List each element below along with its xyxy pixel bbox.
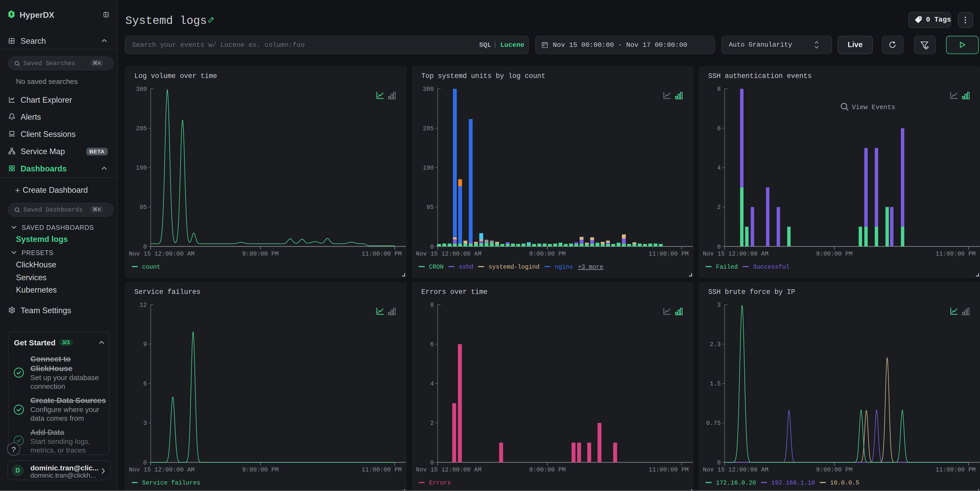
svg-text:11:00:00 PM: 11:00:00 PM [361, 466, 402, 473]
svg-text:9:00:00 PM: 9:00:00 PM [529, 250, 566, 257]
svg-text:Nov 15 12:00:00 AM: Nov 15 12:00:00 AM [129, 466, 194, 473]
svg-text:380: 380 [136, 86, 147, 93]
svg-text:6: 6 [430, 341, 434, 348]
svg-text:0.75: 0.75 [706, 420, 721, 427]
svg-text:192.168.1.10: 192.168.1.10 [771, 480, 815, 486]
svg-text:Failed: Failed [716, 264, 738, 270]
svg-text:Nov 15 12:00:00 AM: Nov 15 12:00:00 AM [416, 250, 482, 257]
svg-text:0: 0 [430, 243, 434, 250]
svg-text:9:00:00 PM: 9:00:00 PM [816, 466, 853, 473]
svg-text:11:00:00 PM: 11:00:00 PM [935, 466, 975, 473]
svg-text:11:00:00 PM: 11:00:00 PM [935, 250, 975, 257]
svg-text:285: 285 [423, 125, 434, 132]
svg-text:8: 8 [717, 86, 721, 93]
svg-text:systemd-logind: systemd-logind [488, 264, 539, 270]
svg-text:12: 12 [140, 302, 147, 308]
svg-text:1.5: 1.5 [710, 380, 721, 387]
svg-text:0: 0 [430, 459, 434, 466]
svg-text:Nov 15 12:00:00 AM: Nov 15 12:00:00 AM [703, 250, 768, 257]
svg-text:95: 95 [140, 204, 147, 211]
svg-text:9: 9 [143, 341, 147, 348]
svg-text:6: 6 [143, 380, 147, 387]
svg-text:0: 0 [143, 459, 147, 466]
svg-text:3: 3 [143, 420, 147, 427]
svg-text:10.0.0.5: 10.0.0.5 [830, 480, 859, 486]
svg-text:9:00:00 PM: 9:00:00 PM [242, 466, 279, 473]
svg-text:Nov 15 12:00:00 AM: Nov 15 12:00:00 AM [416, 466, 482, 473]
svg-text:11:00:00 PM: 11:00:00 PM [649, 466, 689, 473]
svg-text:CRON: CRON [429, 264, 444, 270]
svg-text:380: 380 [423, 86, 434, 93]
svg-text:9:00:00 PM: 9:00:00 PM [529, 466, 566, 473]
svg-text:2: 2 [430, 420, 434, 427]
svg-text:95: 95 [426, 204, 434, 211]
svg-text:0: 0 [143, 243, 147, 250]
svg-text:3: 3 [717, 302, 721, 308]
svg-text:Errors: Errors [429, 480, 451, 486]
svg-text:count: count [142, 264, 160, 270]
svg-text:9:00:00 PM: 9:00:00 PM [816, 250, 853, 257]
svg-text:2.3: 2.3 [710, 341, 721, 348]
svg-text:sshd: sshd [459, 264, 474, 270]
svg-text:0: 0 [717, 459, 721, 466]
svg-text:2: 2 [717, 204, 721, 211]
svg-text:285: 285 [136, 125, 147, 132]
svg-text:11:00:00 PM: 11:00:00 PM [649, 250, 689, 257]
svg-text:190: 190 [136, 164, 147, 172]
svg-text:4: 4 [717, 164, 721, 172]
svg-text:0: 0 [717, 243, 721, 250]
svg-text:View Events: View Events [852, 104, 895, 111]
svg-text:190: 190 [423, 164, 434, 172]
svg-text:11:00:00 PM: 11:00:00 PM [361, 250, 402, 257]
svg-text:Nov 15 12:00:00 AM: Nov 15 12:00:00 AM [703, 466, 768, 473]
svg-text:+3 more: +3 more [578, 264, 603, 270]
svg-text:Service failures: Service failures [142, 480, 200, 486]
svg-text:nginx: nginx [555, 264, 573, 270]
svg-text:Successful: Successful [753, 264, 789, 270]
svg-text:6: 6 [717, 125, 721, 132]
svg-text:8: 8 [430, 302, 434, 308]
svg-text:9:00:00 PM: 9:00:00 PM [242, 250, 279, 257]
svg-text:4: 4 [430, 380, 434, 387]
svg-text:172.16.0.20: 172.16.0.20 [716, 480, 756, 486]
svg-text:Nov 15 12:00:00 AM: Nov 15 12:00:00 AM [129, 250, 194, 257]
